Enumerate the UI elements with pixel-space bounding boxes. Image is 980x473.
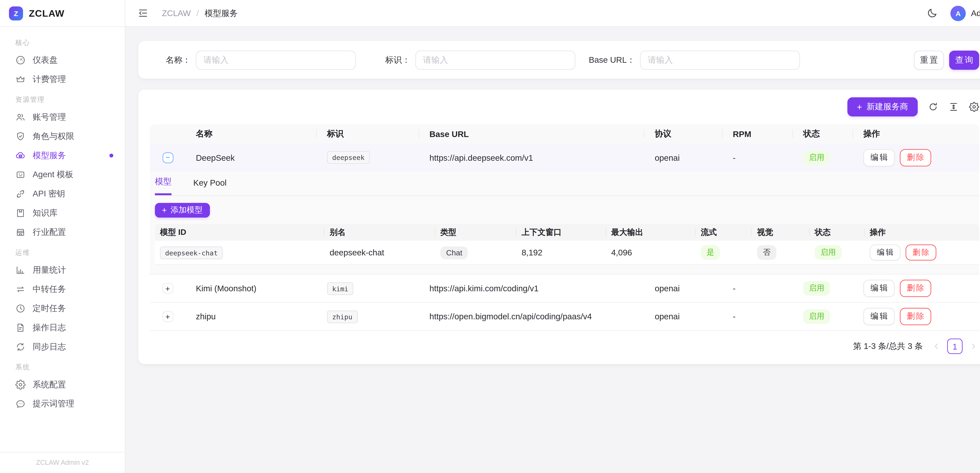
main-content: 名称： 标识： Base URL： 重置 查询 + 新建服务商 bbox=[126, 27, 980, 473]
collapse-row-button[interactable]: − bbox=[162, 152, 173, 163]
col-context-window: 上下文窗口 bbox=[517, 224, 606, 241]
sidebar-section-ops: 运维 bbox=[0, 242, 125, 261]
sidebar-item-api-keys[interactable]: API 密钥 bbox=[0, 184, 125, 204]
delete-button[interactable]: 删除 bbox=[900, 308, 931, 325]
brand-logo-letter: Z bbox=[14, 9, 18, 17]
dark-mode-toggle-icon[interactable] bbox=[927, 8, 938, 19]
prev-page-icon[interactable] bbox=[932, 342, 941, 351]
create-provider-button[interactable]: + 新建服务商 bbox=[847, 97, 918, 116]
provider-protocol: openai bbox=[644, 153, 722, 162]
plus-icon: + bbox=[857, 102, 862, 111]
sidebar-item-roles[interactable]: 角色与权限 bbox=[0, 127, 125, 146]
col-alias: 别名 bbox=[325, 224, 435, 241]
add-model-button[interactable]: + 添加模型 bbox=[155, 203, 210, 218]
breadcrumb-separator: / bbox=[197, 8, 199, 18]
topbar: ZCLAW / 模型服务 A Admin bbox=[126, 0, 980, 27]
breadcrumb-root[interactable]: ZCLAW bbox=[162, 8, 191, 18]
user-menu[interactable]: A Admin bbox=[950, 5, 980, 21]
status-badge: 启用 bbox=[803, 309, 830, 324]
providers-table: 名称 标识 Base URL 协议 RPM 状态 操作 − DeepSeek d… bbox=[150, 124, 979, 331]
sidebar-item-knowledge-base[interactable]: 知识库 bbox=[0, 204, 125, 223]
slug-tag: deepseek bbox=[327, 151, 370, 164]
book-icon bbox=[15, 208, 25, 218]
name-filter-input[interactable] bbox=[196, 50, 356, 69]
add-model-label: 添加模型 bbox=[171, 205, 203, 216]
delete-button[interactable]: 删除 bbox=[900, 149, 931, 166]
col-model-status: 状态 bbox=[810, 224, 865, 241]
page-number[interactable]: 1 bbox=[947, 339, 963, 354]
col-status: 状态 bbox=[793, 124, 853, 143]
tab-key-pool[interactable]: Key Pool bbox=[193, 178, 227, 195]
model-status-cell: 启用 bbox=[810, 245, 865, 260]
sidebar-item-label: 操作日志 bbox=[33, 322, 66, 333]
table-row-deepseek: − DeepSeek deepseek https://api.deepseek… bbox=[150, 143, 979, 172]
message-icon bbox=[15, 399, 25, 409]
col-base-url: Base URL bbox=[419, 124, 644, 143]
model-context-window: 8,192 bbox=[517, 248, 606, 257]
model-alias: deepseek-chat bbox=[325, 248, 435, 257]
sidebar-item-label: 行业配置 bbox=[33, 226, 66, 238]
delete-button[interactable]: 删除 bbox=[900, 280, 931, 297]
base-url-filter-input[interactable] bbox=[640, 50, 800, 69]
edit-button[interactable]: 编辑 bbox=[863, 308, 895, 325]
sidebar-item-label: 仪表盘 bbox=[33, 54, 57, 66]
sidebar-item-usage-stats[interactable]: 用量统计 bbox=[0, 261, 125, 280]
sidebar-item-scheduled-tasks[interactable]: 定时任务 bbox=[0, 299, 125, 318]
sidebar-item-label: 定时任务 bbox=[33, 303, 66, 314]
sidebar-item-accounts[interactable]: 账号管理 bbox=[0, 108, 125, 127]
cloud-server-icon bbox=[15, 150, 25, 161]
provider-base-url: https://open.bigmodel.cn/api/coding/paas… bbox=[419, 312, 644, 321]
sidebar-item-relay-tasks[interactable]: 中转任务 bbox=[0, 280, 125, 299]
sidebar-item-prompt-management[interactable]: 提示词管理 bbox=[0, 394, 125, 413]
shield-check-icon bbox=[15, 131, 25, 141]
model-stream-cell: 是 bbox=[695, 245, 752, 260]
sidebar-item-sync-logs[interactable]: 同步日志 bbox=[0, 338, 125, 357]
models-table-header: 模型 ID 别名 类型 上下文窗口 最大输出 流式 视觉 状态 操作 bbox=[155, 224, 979, 241]
model-row-deepseek-chat: deepseek-chat deepseek-chat Chat 8,192 4… bbox=[155, 241, 979, 265]
sidebar-item-label: 知识库 bbox=[33, 207, 57, 219]
expand-row-button[interactable]: + bbox=[162, 311, 173, 322]
provider-protocol: openai bbox=[644, 283, 722, 293]
col-stream: 流式 bbox=[695, 224, 752, 241]
provider-status-cell: 启用 bbox=[793, 281, 853, 296]
slug-tag: kimi bbox=[327, 282, 353, 295]
expand-row-button[interactable]: + bbox=[162, 283, 173, 294]
edit-button[interactable]: 编辑 bbox=[863, 280, 895, 297]
delete-model-button[interactable]: 删除 bbox=[905, 244, 936, 261]
provider-status-cell: 启用 bbox=[793, 309, 853, 324]
reset-button[interactable]: 重置 bbox=[914, 50, 944, 69]
filter-actions: 重置 查询 bbox=[914, 50, 979, 69]
edit-button[interactable]: 编辑 bbox=[863, 149, 895, 166]
status-badge: 启用 bbox=[803, 150, 830, 165]
next-page-icon[interactable] bbox=[969, 342, 978, 351]
refresh-icon[interactable] bbox=[928, 102, 938, 112]
expanded-tabs: 模型 Key Pool bbox=[155, 175, 979, 196]
status-badge: 启用 bbox=[815, 245, 842, 260]
slug-filter-input[interactable] bbox=[415, 50, 575, 69]
provider-slug-cell: zhipu bbox=[317, 310, 419, 323]
expand-cell: + bbox=[150, 311, 186, 322]
provider-name: DeepSeek bbox=[186, 153, 317, 162]
pagination: 第 1-3 条/总共 3 条 1 bbox=[150, 339, 979, 354]
sidebar-item-operation-logs[interactable]: 操作日志 bbox=[0, 318, 125, 338]
sidebar-item-billing[interactable]: 计费管理 bbox=[0, 70, 125, 89]
sidebar-item-agent-templates[interactable]: Agent 模板 bbox=[0, 165, 125, 184]
model-id-tag: deepseek-chat bbox=[160, 246, 223, 259]
tab-models[interactable]: 模型 bbox=[155, 176, 172, 195]
table-settings-icon[interactable] bbox=[969, 102, 979, 112]
sidebar-collapse-icon[interactable] bbox=[138, 8, 149, 19]
expand-cell: + bbox=[150, 283, 186, 294]
column-height-icon[interactable] bbox=[948, 102, 959, 112]
sidebar-section-system: 系统 bbox=[0, 357, 125, 375]
sidebar-item-industry-config[interactable]: 行业配置 bbox=[0, 223, 125, 242]
sidebar-item-system-config[interactable]: 系统配置 bbox=[0, 375, 125, 394]
stream-badge: 是 bbox=[701, 245, 720, 260]
sidebar-item-dashboard[interactable]: 仪表盘 bbox=[0, 51, 125, 70]
api-key-icon bbox=[15, 189, 25, 199]
col-slug: 标识 bbox=[317, 124, 419, 143]
edit-model-button[interactable]: 编辑 bbox=[870, 244, 900, 261]
sidebar-item-model-services[interactable]: 模型服务 bbox=[0, 146, 125, 165]
status-badge: 启用 bbox=[803, 281, 830, 296]
slug-tag: zhipu bbox=[327, 310, 358, 323]
search-button[interactable]: 查询 bbox=[949, 50, 979, 69]
